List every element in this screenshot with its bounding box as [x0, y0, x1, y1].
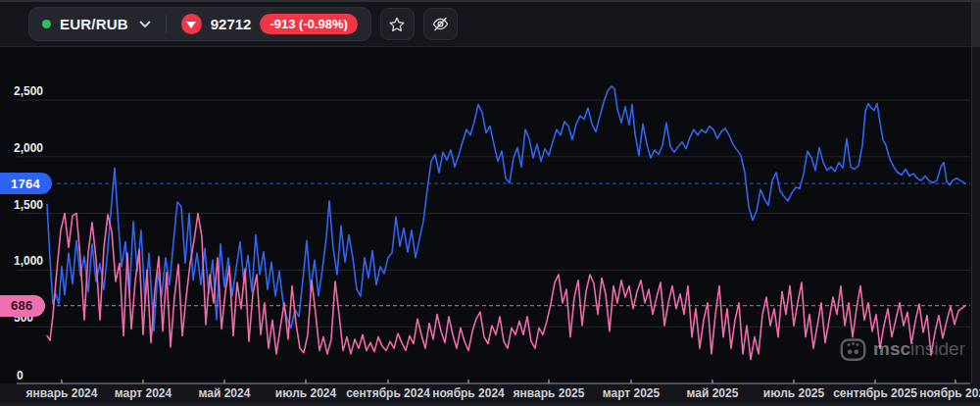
x-axis-label: май 2024 — [199, 386, 251, 400]
chart-header: EUR/RUB 92712 -913 (-0.98%) — [0, 2, 980, 47]
chart-canvas[interactable]: 05001,0001,5002,0002,500январь 2024март … — [0, 0, 980, 406]
favorite-button[interactable] — [380, 8, 415, 40]
x-axis-label: ноябрь 2025 — [919, 386, 980, 400]
series-pink — [47, 214, 965, 360]
x-axis-label: январь 2024 — [26, 386, 98, 400]
x-axis-label: май 2025 — [687, 386, 739, 400]
x-axis-label: июль 2024 — [275, 386, 337, 400]
y-axis-label: 1,000 — [14, 254, 43, 268]
price-value: 92712 — [211, 16, 252, 32]
window-top-edge — [0, 0, 980, 2]
x-axis-label: март 2024 — [115, 386, 172, 400]
chevron-down-icon[interactable] — [139, 21, 151, 28]
x-axis-label: сентябрь 2024 — [346, 386, 430, 400]
symbol-selector[interactable]: EUR/RUB 92712 -913 (-0.98%) — [28, 7, 371, 41]
hide-button[interactable] — [423, 8, 458, 40]
x-axis-label: ноябрь 2024 — [432, 386, 505, 400]
y-axis-label: 1,500 — [14, 198, 43, 212]
price-marker-blue: 1764 — [0, 173, 52, 194]
symbol-label: EUR/RUB — [60, 16, 128, 32]
x-axis-label: сентябрь 2025 — [833, 386, 917, 400]
eye-off-icon — [431, 15, 450, 33]
market-status-dot — [42, 20, 51, 28]
price-marker-pink: 686 — [0, 295, 45, 317]
x-axis-label: июль 2025 — [763, 386, 825, 400]
y-axis-label: 2,500 — [14, 84, 43, 98]
right-panel-edge-top — [971, 2, 980, 47]
x-axis-label: январь 2025 — [514, 386, 585, 400]
divider — [166, 15, 167, 33]
right-panel-edge — [971, 47, 980, 383]
y-axis-label: 0 — [17, 369, 24, 382]
series-blue — [47, 86, 965, 331]
y-axis-label: 2,000 — [14, 141, 43, 155]
x-axis-label: март 2025 — [603, 386, 661, 400]
price-change-badge: -913 (-0.98%) — [260, 14, 357, 34]
star-icon — [388, 16, 406, 33]
price-direction-icon — [181, 14, 202, 34]
